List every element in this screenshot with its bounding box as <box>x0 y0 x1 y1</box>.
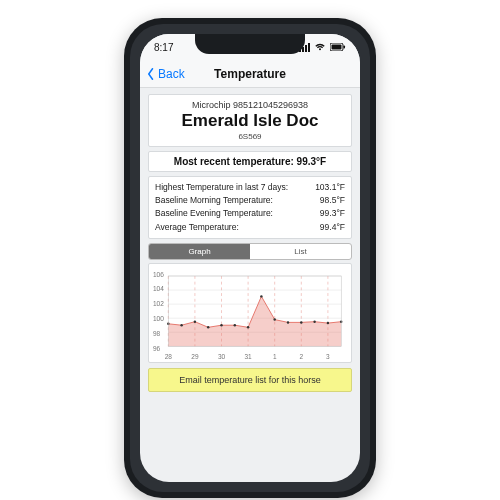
wifi-icon <box>314 42 326 53</box>
svg-point-18 <box>194 320 196 322</box>
svg-point-25 <box>287 321 289 323</box>
svg-point-22 <box>247 326 249 328</box>
screen: 8:17 <box>140 34 360 482</box>
battery-icon <box>330 42 346 53</box>
svg-point-17 <box>180 324 182 326</box>
svg-point-27 <box>313 320 315 322</box>
svg-point-28 <box>327 322 329 324</box>
microchip-line: Microchip 985121045296938 <box>157 100 343 110</box>
horse-id: 6S569 <box>157 132 343 141</box>
back-button[interactable]: Back <box>146 67 185 81</box>
status-time: 8:17 <box>154 42 173 53</box>
chevron-left-icon <box>146 68 156 80</box>
tab-graph[interactable]: Graph <box>149 244 250 259</box>
stat-row: Highest Temperature in last 7 days:103.1… <box>155 181 345 194</box>
svg-point-24 <box>273 318 275 320</box>
phone-frame: 8:17 <box>124 18 376 498</box>
stat-row: Baseline Evening Temperature:99.3°F <box>155 207 345 220</box>
svg-point-26 <box>300 321 302 323</box>
temperature-chart[interactable]: 969810010210410628293031123 <box>155 270 345 358</box>
svg-rect-1 <box>332 44 342 49</box>
stat-row: Average Temperature:99.4°F <box>155 221 345 234</box>
nav-bar: Back Temperature <box>140 60 360 88</box>
svg-point-23 <box>260 295 262 297</box>
stats-card: Highest Temperature in last 7 days:103.1… <box>148 176 352 239</box>
email-temperature-button[interactable]: Email temperature list for this horse <box>148 368 352 392</box>
segmented-control[interactable]: Graph List <box>148 243 352 260</box>
page-title: Temperature <box>214 67 286 81</box>
notch <box>195 34 305 54</box>
svg-rect-2 <box>344 45 346 48</box>
svg-point-21 <box>234 324 236 326</box>
horse-header-card: Microchip 985121045296938 Emerald Isle D… <box>148 94 352 147</box>
svg-point-19 <box>207 326 209 328</box>
svg-point-20 <box>220 324 222 326</box>
back-label: Back <box>158 67 185 81</box>
tab-list[interactable]: List <box>250 244 351 259</box>
horse-name: Emerald Isle Doc <box>157 111 343 131</box>
chart-card: 969810010210410628293031123 <box>148 263 352 363</box>
recent-temp-card: Most recent temperature: 99.3°F <box>148 151 352 172</box>
stat-row: Baseline Morning Temperature:98.5°F <box>155 194 345 207</box>
